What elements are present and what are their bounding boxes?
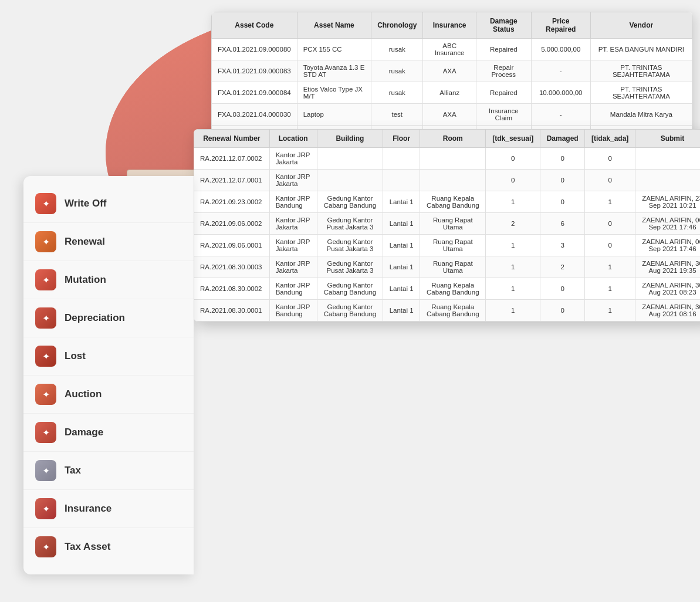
table-cell: Kantor JRP Bandung [269,300,317,322]
write-off-label: Write Off [65,198,106,209]
table-row[interactable]: RA.2021.08.30.0001Kantor JRP BandungGedu… [194,300,701,322]
col-damage-status: Damage Status [476,12,531,39]
auction-icon: ✦ [35,384,56,405]
sidebar-item-tax-asset[interactable]: ✦Tax Asset [23,528,194,566]
table-cell: test [371,104,423,126]
table-cell: PCX 155 CC [297,39,371,60]
table-cell [383,170,420,191]
table-cell: PT. TRINITAS SEJAHTERATAMA [590,60,692,82]
table-cell: Gedung Kantor Pusat Jakarta 3 [317,256,383,278]
table-cell: ZAENAL ARIFIN, 30 Aug 2021 08:23 [635,278,700,300]
table-cell: Gedung Kantor Cabang Bandung [317,191,383,213]
col-tidak-ada: [tidak_ada] [585,130,635,148]
table-cell: AXA [423,60,476,82]
sidebar-item-mutation[interactable]: ✦Mutation [23,261,194,299]
col-submit: Submit [635,130,700,148]
col-renewal-number: Renewal Number [194,130,270,148]
table-cell: RA.2021.08.30.0001 [194,300,270,322]
table-cell: Repaired [476,39,531,60]
lost-icon: ✦ [35,346,56,367]
sidebar-item-depreciation[interactable]: ✦Depreciation [23,299,194,337]
table-cell: 1 [486,235,540,256]
sidebar-item-insurance[interactable]: ✦Insurance [23,490,194,528]
table-cell: Lantai 1 [383,278,420,300]
table-cell: 6 [540,213,585,235]
damage-table: Asset Code Asset Name Chronology Insuran… [211,12,692,147]
table-row[interactable]: FXA.01.2021.09.000084Etios Valco Type JX… [212,82,692,104]
table-cell: Lantai 1 [383,300,420,322]
table-cell: 0 [540,148,585,170]
table-cell: ZAENAL ARIFIN, 06 Sep 2021 17:46 [635,235,700,256]
table-cell: ABC Insurance [423,39,476,60]
table-row[interactable]: RA.2021.09.06.0001Kantor JRP JakartaGedu… [194,235,701,256]
sidebar-item-auction[interactable]: ✦Auction [23,376,194,414]
table-cell: Etios Valco Type JX M/T [297,82,371,104]
table-cell: Ruang Rapat Utama [420,235,486,256]
table-cell: 0 [585,235,635,256]
table-cell: rusak [371,39,423,60]
col-asset-name: Asset Name [297,12,371,39]
tax-icon: ✦ [35,460,56,481]
table-cell: Laptop [297,104,371,126]
table-cell: Repair Process [476,60,531,82]
table-cell: ZAENAL ARIFIN, 30 Aug 2021 08:16 [635,300,700,322]
col-chronology: Chronology [371,12,423,39]
col-floor: Floor [383,130,420,148]
table-cell: Gedung Kantor Cabang Bandung [317,300,383,322]
table-cell: Gedung Kantor Pusat Jakarta 3 [317,235,383,256]
col-damaged: Damaged [540,130,585,148]
table-cell: 0 [585,148,635,170]
table-cell: 1 [585,256,635,278]
table-cell: Kantor JRP Bandung [269,278,317,300]
table-cell: 2 [540,256,585,278]
table-cell [383,148,420,170]
table-cell: 0 [540,170,585,191]
col-asset-code: Asset Code [212,12,297,39]
table-cell: FXA.01.2021.09.000080 [212,39,297,60]
table-row[interactable]: RA.2021.12.07.0002Kantor JRP Jakarta000 [194,148,701,170]
col-price-repaired: Price Repaired [531,12,590,39]
table-row[interactable]: FXA.01.2021.09.000083Toyota Avanza 1.3 E… [212,60,692,82]
table-row[interactable]: FXA.03.2021.04.000030LaptoptestAXAInsura… [212,104,692,126]
sidebar-item-renewal[interactable]: ✦Renewal [23,223,194,261]
table-cell: RA.2021.08.30.0003 [194,256,270,278]
table-cell: Allianz [423,82,476,104]
table-cell: RA.2021.09.06.0001 [194,235,270,256]
table-row[interactable]: FXA.01.2021.09.000080PCX 155 CCrusakABC … [212,39,692,60]
table-row[interactable]: RA.2021.09.06.0002Kantor JRP JakartaGedu… [194,213,701,235]
sidebar-item-damage[interactable]: ✦Damage [23,414,194,452]
table-cell: 1 [585,300,635,322]
mutation-label: Mutation [65,274,106,286]
table-row[interactable]: RA.2021.08.30.0002Kantor JRP BandungGedu… [194,278,701,300]
table-cell: 1 [486,191,540,213]
table-cell: 1 [585,191,635,213]
table-cell: AXA [423,104,476,126]
tax-asset-icon: ✦ [35,536,56,557]
table-cell: Ruang Rapat Utama [420,256,486,278]
table-cell: 0 [540,278,585,300]
table-cell: Ruang Kepala Cabang Bandung [420,300,486,322]
table-cell: 0 [486,148,540,170]
table-row[interactable]: RA.2021.08.30.0003Kantor JRP JakartaGedu… [194,256,701,278]
renewal-table-wrapper: Renewal Number Location Building Floor R… [194,129,700,322]
table-cell: Gedung Kantor Pusat Jakarta 3 [317,213,383,235]
table-cell: Ruang Kepala Cabang Bandung [420,278,486,300]
sidebar-item-write-off[interactable]: ✦Write Off [23,185,194,223]
table-cell: Kantor JRP Jakarta [269,148,317,170]
table-cell: Kantor JRP Bandung [269,191,317,213]
depreciation-label: Depreciation [65,312,125,324]
sidebar-item-lost[interactable]: ✦Lost [23,337,194,376]
sidebar-item-tax[interactable]: ✦Tax [23,452,194,490]
table-row[interactable]: RA.2021.12.07.0001Kantor JRP Jakarta000 [194,170,701,191]
table-cell: Gedung Kantor Cabang Bandung [317,278,383,300]
table-cell: Kantor JRP Jakarta [269,213,317,235]
table-cell: - [531,60,590,82]
table-cell: ZAENAL ARIFIN, 23 Sep 2021 10:21 [635,191,700,213]
table-cell: 0 [585,213,635,235]
table-cell: FXA.01.2021.09.000083 [212,60,297,82]
table-cell: 5.000.000,00 [531,39,590,60]
main-container: ✦Write Off✦Renewal✦Mutation✦Depreciation… [23,176,700,574]
table-cell: 0 [486,170,540,191]
table-cell: ZAENAL ARIFIN, 30 Aug 2021 19:35 [635,256,700,278]
table-row[interactable]: RA.2021.09.23.0002Kantor JRP BandungGedu… [194,191,701,213]
